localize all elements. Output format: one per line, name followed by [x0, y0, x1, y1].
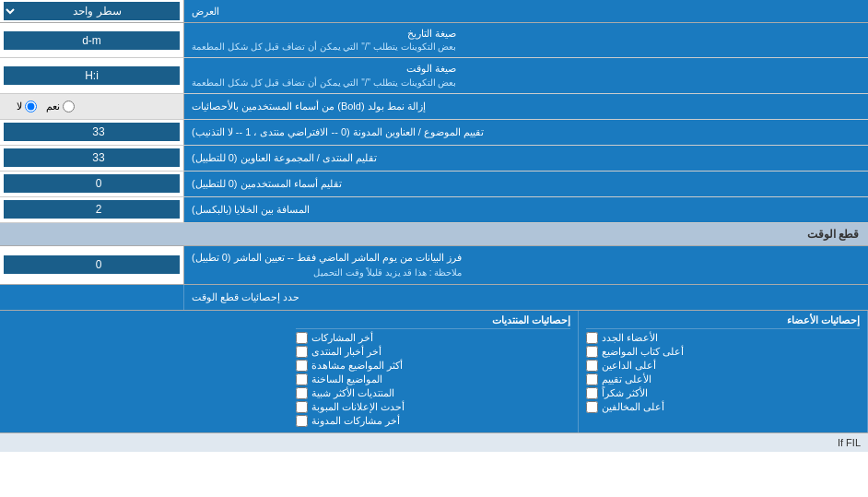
- stats-check-last-posts[interactable]: [296, 332, 308, 344]
- limit-right: [0, 285, 184, 310]
- forum-order-input[interactable]: [4, 148, 180, 167]
- cutoff-row: فرز البيانات من يوم الماشر الماضي فقط --…: [0, 246, 868, 285]
- bold-remove-row: إزالة نمط بولد (Bold) من أسماء المستخدمي…: [0, 94, 868, 120]
- time-format-row: صيغة الوقت بعض التكوينات يتطلب "/" التي …: [0, 58, 868, 93]
- stats-item-top-rated: الأعلى تقييم: [586, 373, 860, 385]
- display-label: العرض: [184, 0, 868, 22]
- stats-col-forums: إحصائيات المنتديات أخر المشاركات أخر أخب…: [288, 311, 578, 432]
- stats-label-most-similar: المنتديات الأكثر شبية: [311, 387, 394, 399]
- stats-check-hot-topics[interactable]: [296, 373, 308, 385]
- topic-order-label: تقييم الموضوع / العناوين المدونة (0 -- ا…: [184, 120, 868, 145]
- stats-check-latest-classified[interactable]: [296, 401, 308, 413]
- stats-item-latest-classified: أحدث الإعلانات المبوبة: [296, 401, 569, 413]
- stats-check-most-viewed[interactable]: [296, 360, 308, 372]
- stats-col-right: [0, 311, 288, 432]
- bottom-text: If FIL: [0, 432, 868, 452]
- stats-label-latest-classified: أحدث الإعلانات المبوبة: [311, 401, 405, 413]
- stats-columns: إحصائيات الأعضاء الأعضاء الجدد أعلى كتاب…: [0, 311, 868, 432]
- bold-remove-input-cell: نعم لا: [0, 94, 184, 119]
- topic-order-row: تقييم الموضوع / العناوين المدونة (0 -- ا…: [0, 120, 868, 146]
- stats-check-new-members[interactable]: [586, 332, 598, 344]
- stats-label-top-inviters: أعلى الداعين: [602, 360, 656, 372]
- time-format-input-cell: [0, 58, 184, 92]
- stats-item-most-thanked: الأكثر شكراً: [586, 387, 860, 399]
- bold-remove-label: إزالة نمط بولد (Bold) من أسماء المستخدمي…: [184, 94, 868, 119]
- stats-item-new-members: الأعضاء الجدد: [586, 332, 860, 344]
- display-select-area[interactable]: سطر واحدسطرانثلاثة أسطر: [0, 0, 184, 22]
- forum-order-row: تقليم المنتدى / المجموعة العناوين (0 للت…: [0, 146, 868, 172]
- stats-item-latest-news: أخر أخبار المنتدى: [296, 346, 569, 358]
- stats-item-most-viewed: أكثر المواضيع مشاهدة: [296, 360, 569, 372]
- date-format-input[interactable]: [4, 31, 180, 50]
- stats-label-new-members: الأعضاء الجدد: [602, 332, 658, 344]
- radio-no[interactable]: [25, 101, 37, 112]
- limit-label: حدد إحصائيات قطع الوقت: [184, 285, 868, 310]
- stats-item-top-inviters: أعلى الداعين: [586, 360, 860, 372]
- stats-check-most-thanked[interactable]: [586, 387, 598, 399]
- topic-order-input-cell: [0, 120, 184, 145]
- stats-item-most-similar: المنتديات الأكثر شبية: [296, 387, 569, 399]
- stats-check-latest-news[interactable]: [296, 346, 308, 358]
- stats-label-hot-topics: المواضيع الساخنة: [311, 373, 382, 385]
- cutoff-input-cell: [0, 246, 184, 284]
- stats-item-blog-posts: أخر مشاركات المدونة: [296, 415, 569, 427]
- stats-item-top-violators: أعلى المخالفين: [586, 401, 860, 413]
- main-container: العرض سطر واحدسطرانثلاثة أسطر صيغة التار…: [0, 0, 868, 452]
- stats-check-most-similar[interactable]: [296, 387, 308, 399]
- stats-label-most-thanked: الأكثر شكراً: [602, 387, 648, 399]
- username-trim-label: تقليم أسماء المستخدمين (0 للتطبيل): [184, 172, 868, 196]
- forum-order-label: تقليم المنتدى / المجموعة العناوين (0 للت…: [184, 146, 868, 171]
- display-select[interactable]: سطر واحدسطرانثلاثة أسطر: [4, 2, 180, 20]
- stats-item-top-topic-writers: أعلى كتاب المواضيع: [586, 346, 860, 358]
- stats-label-last-posts: أخر المشاركات: [311, 332, 373, 344]
- time-format-label: صيغة الوقت بعض التكوينات يتطلب "/" التي …: [184, 58, 868, 92]
- header-row: العرض سطر واحدسطرانثلاثة أسطر: [0, 0, 868, 23]
- topic-order-input[interactable]: [4, 123, 180, 141]
- cell-spacing-input-cell: [0, 197, 184, 222]
- stats-col-members-header: إحصائيات الأعضاء: [586, 314, 860, 329]
- cutoff-section-header: قطع الوقت: [0, 223, 868, 246]
- date-format-row: صيغة التاريخ بعض التكوينات يتطلب "/" الت…: [0, 23, 868, 58]
- stats-label-top-rated: الأعلى تقييم: [602, 373, 651, 385]
- stats-label-latest-news: أخر أخبار المنتدى: [311, 346, 381, 358]
- time-format-input[interactable]: [4, 66, 180, 85]
- limit-row: حدد إحصائيات قطع الوقت: [0, 285, 868, 311]
- date-format-input-cell: [0, 23, 184, 57]
- stats-col-forums-header: إحصائيات المنتديات: [296, 314, 569, 329]
- stats-label-top-topic-writers: أعلى كتاب المواضيع: [602, 346, 684, 358]
- radio-yes-label[interactable]: نعم: [46, 101, 75, 112]
- stats-item-hot-topics: المواضيع الساخنة: [296, 373, 569, 385]
- cutoff-input[interactable]: [4, 255, 180, 274]
- stats-section: إحصائيات الأعضاء الأعضاء الجدد أعلى كتاب…: [0, 311, 868, 432]
- cell-spacing-row: المسافة بين الخلايا (بالبكسل): [0, 197, 868, 223]
- stats-col-members: إحصائيات الأعضاء الأعضاء الجدد أعلى كتاب…: [579, 311, 868, 432]
- stats-check-top-inviters[interactable]: [586, 360, 598, 372]
- stats-item-last-posts: أخر المشاركات: [296, 332, 569, 344]
- stats-label-top-violators: أعلى المخالفين: [602, 401, 664, 413]
- stats-check-top-rated[interactable]: [586, 373, 598, 385]
- cell-spacing-input[interactable]: [4, 200, 180, 219]
- stats-check-top-violators[interactable]: [586, 401, 598, 413]
- stats-check-blog-posts[interactable]: [296, 415, 308, 427]
- stats-label-most-viewed: أكثر المواضيع مشاهدة: [311, 360, 403, 372]
- cutoff-label: فرز البيانات من يوم الماشر الماضي فقط --…: [184, 246, 868, 284]
- date-format-label: صيغة التاريخ بعض التكوينات يتطلب "/" الت…: [184, 23, 868, 57]
- username-trim-input-cell: [0, 172, 184, 196]
- radio-no-label[interactable]: لا: [17, 101, 37, 112]
- username-trim-input[interactable]: [4, 174, 180, 193]
- username-trim-row: تقليم أسماء المستخدمين (0 للتطبيل): [0, 172, 868, 197]
- radio-yes[interactable]: [63, 101, 75, 112]
- forum-order-input-cell: [0, 146, 184, 171]
- cell-spacing-label: المسافة بين الخلايا (بالبكسل): [184, 197, 868, 222]
- bold-remove-radio-group: نعم لا: [7, 101, 75, 112]
- stats-label-blog-posts: أخر مشاركات المدونة: [311, 415, 400, 427]
- stats-check-top-topic-writers[interactable]: [586, 346, 598, 358]
